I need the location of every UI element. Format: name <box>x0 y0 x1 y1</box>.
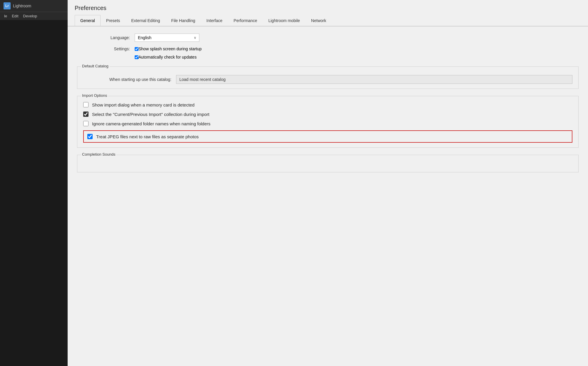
jpeg-raw-checkbox[interactable] <box>87 134 93 139</box>
default-catalog-group: Default Catalog When starting up use thi… <box>77 66 579 89</box>
settings-label: Settings: <box>77 46 130 51</box>
auto-check-row: Automatically check for updates <box>135 55 202 59</box>
menu-item-develop[interactable]: Develop <box>21 13 39 19</box>
sidebar-header: Lr Lightroom <box>0 0 68 12</box>
jpeg-raw-highlighted-row: Treat JPEG files next to raw files as se… <box>83 130 572 143</box>
import-option-3-row: Ignore camera-generated folder names whe… <box>83 121 572 126</box>
catalog-input[interactable] <box>176 75 572 84</box>
language-select[interactable]: English <box>135 34 199 42</box>
catalog-row: When starting up use this catalog: <box>83 75 572 84</box>
import-options-title: Import Options <box>81 93 108 98</box>
language-row: Language: English <box>77 34 579 42</box>
tab-file-handling[interactable]: File Handling <box>166 15 201 26</box>
settings-row: Settings: Show splash screen during star… <box>77 46 579 59</box>
import-option-2-checkbox[interactable] <box>83 112 88 117</box>
catalog-label: When starting up use this catalog: <box>83 77 171 82</box>
language-label: Language: <box>77 35 130 40</box>
import-option-1-label: Show import dialog when a memory card is… <box>92 102 195 107</box>
auto-check-label: Automatically check for updates <box>138 55 197 59</box>
tab-performance[interactable]: Performance <box>228 15 263 26</box>
app-title: Lightroom <box>13 4 31 8</box>
tab-external-editing[interactable]: External Editing <box>126 15 166 26</box>
menu-bar: le Edit Develop <box>0 12 68 20</box>
show-splash-checkbox[interactable] <box>135 47 138 51</box>
completion-sounds-title: Completion Sounds <box>81 152 116 157</box>
import-option-1-row: Show import dialog when a memory card is… <box>83 102 572 107</box>
tab-interface[interactable]: Interface <box>201 15 228 26</box>
preferences-content: Language: English Settings: Show splash … <box>68 26 588 366</box>
tab-network[interactable]: Network <box>305 15 332 26</box>
settings-checkboxes: Show splash screen during startup Automa… <box>135 46 202 59</box>
tab-lightroom-mobile[interactable]: Lightroom mobile <box>263 15 305 26</box>
completion-sounds-group: Completion Sounds <box>77 155 579 172</box>
default-catalog-title: Default Catalog <box>81 64 110 68</box>
dialog-title: Preferences <box>75 5 581 11</box>
import-option-3-label: Ignore camera-generated folder names whe… <box>92 121 211 126</box>
menu-item-file[interactable]: le <box>2 13 9 19</box>
main-content: Preferences General Presets External Edi… <box>68 0 588 366</box>
sidebar: Lr Lightroom le Edit Develop <box>0 0 68 366</box>
auto-check-checkbox[interactable] <box>135 55 138 59</box>
dialog-title-bar: Preferences <box>68 0 588 15</box>
import-option-2-row: Select the "Current/Previous Import" col… <box>83 112 572 117</box>
import-option-1-checkbox[interactable] <box>83 102 88 107</box>
import-option-2-label: Select the "Current/Previous Import" col… <box>92 112 209 117</box>
jpeg-raw-label: Treat JPEG files next to raw files as se… <box>96 134 199 139</box>
menu-item-edit[interactable]: Edit <box>10 13 20 19</box>
tabs-container: General Presets External Editing File Ha… <box>68 15 588 26</box>
language-select-wrapper: English <box>135 34 199 42</box>
import-option-3-checkbox[interactable] <box>83 121 88 126</box>
import-options-group: Import Options Show import dialog when a… <box>77 96 579 148</box>
show-splash-label: Show splash screen during startup <box>138 46 202 51</box>
tab-general[interactable]: General <box>75 15 101 26</box>
show-splash-row: Show splash screen during startup <box>135 46 202 51</box>
tab-presets[interactable]: Presets <box>101 15 126 26</box>
lightroom-logo: Lr <box>4 2 11 9</box>
